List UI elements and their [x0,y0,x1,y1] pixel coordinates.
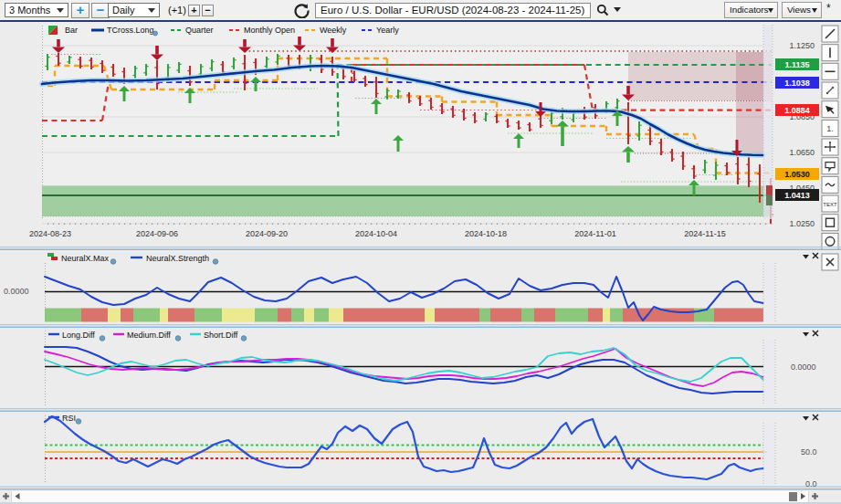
svg-text:50.0: 50.0 [801,447,817,457]
svg-text:1.: 1. [826,124,834,133]
svg-text:NeuralX.Max: NeuralX.Max [61,254,110,263]
svg-text:Medium.Diff: Medium.Diff [127,331,171,340]
svg-text:Monthly Open: Monthly Open [244,26,295,35]
svg-text:Weekly: Weekly [320,26,347,35]
svg-text:2024-10-18: 2024-10-18 [465,229,507,238]
svg-text:1.0884: 1.0884 [784,106,810,115]
svg-text:0.0000: 0.0000 [791,362,816,372]
svg-text:Quarter: Quarter [185,26,214,35]
svg-text:2024-11-15: 2024-11-15 [684,229,725,238]
svg-text:2024-11-01: 2024-11-01 [574,229,615,238]
svg-text:0.0000: 0.0000 [4,287,29,296]
svg-text:2024-09-06: 2024-09-06 [136,229,178,238]
svg-text:1.0250: 1.0250 [789,219,815,228]
svg-text:1.1135: 1.1135 [784,60,809,69]
svg-text:RSI: RSI [62,414,76,423]
svg-text:Yearly: Yearly [376,26,399,35]
svg-text:0.0: 0.0 [805,479,817,488]
svg-text:2024-08-23: 2024-08-23 [29,229,71,238]
svg-text:1.0530: 1.0530 [784,170,810,179]
svg-text:Bar: Bar [65,26,78,35]
svg-text:1.0650: 1.0650 [789,148,815,157]
svg-text:Long.Diff: Long.Diff [62,331,95,340]
svg-text:1.0413: 1.0413 [784,191,810,200]
svg-text:TEXT: TEXT [823,202,837,207]
svg-text:2024-10-04: 2024-10-04 [355,229,397,238]
svg-text:Short.Diff: Short.Diff [204,331,238,340]
svg-text:1.1038: 1.1038 [784,79,810,88]
svg-text:2024-09-20: 2024-09-20 [246,229,288,238]
svg-text:TCross.Long: TCross.Long [107,26,154,35]
svg-text:NeuralX.Strength: NeuralX.Strength [146,254,209,263]
svg-text:1.1250: 1.1250 [789,41,815,50]
